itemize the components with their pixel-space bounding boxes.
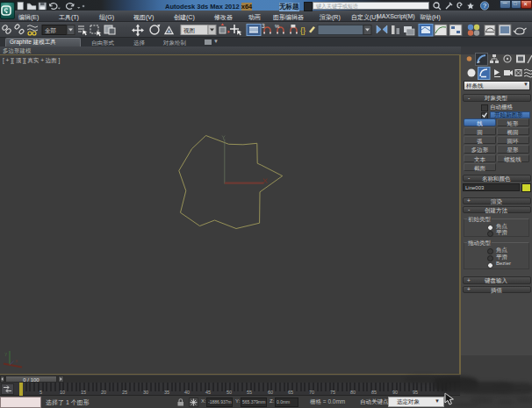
svg-text:%: %: [275, 24, 280, 29]
svg-text:?: ?: [483, 2, 486, 10]
svg-text:视图: 视图: [183, 27, 195, 34]
svg-text:{}: {}: [300, 26, 306, 35]
svg-text:3: 3: [262, 23, 265, 29]
svg-text:全部: 全部: [45, 27, 56, 34]
svg-text:x: x: [16, 358, 18, 363]
svg-text:y: y: [5, 351, 8, 356]
